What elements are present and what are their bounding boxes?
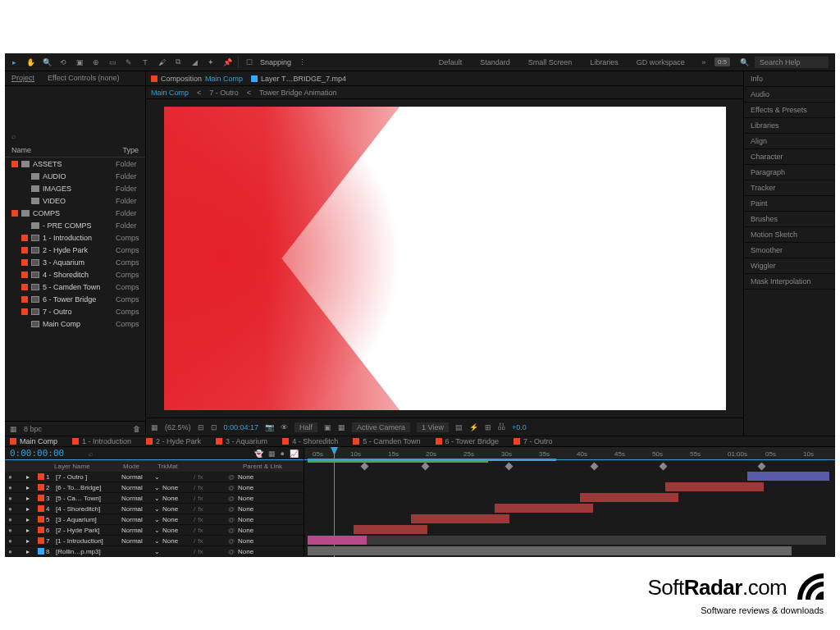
pen-tool-icon[interactable]: ✎ <box>123 57 135 68</box>
layer-row[interactable]: ●▸6[2 - Hyde Park]Normal⌄None/fx@None <box>5 525 304 536</box>
timeline-tab[interactable]: 6 - Tower Bridge <box>436 437 499 445</box>
puppet-tool-icon[interactable]: 📌 <box>221 57 233 68</box>
project-item[interactable]: 1 - IntroductionComps <box>5 231 145 244</box>
composition-tab[interactable]: Composition Main Comp <box>151 75 243 83</box>
breadcrumb-item[interactable]: Tower Bridge Animation <box>259 89 337 97</box>
keyframe-marker[interactable] <box>758 463 766 471</box>
keyframe-marker[interactable] <box>591 463 599 471</box>
type-column-label[interactable]: Type <box>122 146 139 154</box>
track-matte-dropdown[interactable]: None <box>162 516 192 523</box>
parent-dropdown[interactable]: None <box>238 505 267 513</box>
workspace-tab-small-screen[interactable]: Small Screen <box>520 56 581 69</box>
workspace-tab-default[interactable]: Default <box>431 56 471 69</box>
snapping-checkbox[interactable]: ☐ <box>244 57 255 68</box>
project-item[interactable]: 7 - OutroComps <box>5 305 145 317</box>
project-search-input[interactable]: ⌕ <box>5 132 145 144</box>
blend-mode-dropdown[interactable]: Normal <box>121 484 153 491</box>
panel-align[interactable]: Align <box>744 134 835 149</box>
layer-bar-intro[interactable] <box>308 536 367 545</box>
pixel-aspect-icon[interactable]: ▤ <box>455 423 463 431</box>
track-matte-dropdown[interactable]: None <box>162 537 192 545</box>
panel-brushes[interactable]: Brushes <box>744 212 835 227</box>
timeline-tab[interactable]: 7 - Outro <box>514 437 553 445</box>
resolution-dropdown[interactable]: Half <box>294 422 317 432</box>
layer-row[interactable]: ●▸7[1 - Introduction]Normal⌄None/fx@None <box>5 536 304 546</box>
project-item[interactable]: AUDIOFolder <box>5 170 145 182</box>
track-matte-dropdown[interactable]: None <box>162 484 192 491</box>
timeline-track-area[interactable]: 05s10s15s20s25s30s35s40s45s50s55s01:00s0… <box>304 447 835 557</box>
panel-smoother[interactable]: Smoother <box>744 243 835 258</box>
timeline-icon[interactable]: ⊞ <box>485 423 491 431</box>
exposure-value[interactable]: +0.0 <box>512 423 527 431</box>
panel-character[interactable]: Character <box>744 149 835 165</box>
fast-preview-icon[interactable]: ⚡ <box>469 423 478 431</box>
layer-row[interactable]: ●▸8[Rollin…p.mp3]⌄/fx@None <box>5 546 304 557</box>
rotate-tool-icon[interactable]: ⟲ <box>57 57 69 68</box>
workspace-tab-gd-workspace[interactable]: GD workspace <box>628 56 693 69</box>
zoom-dropdown[interactable]: (62.5%) <box>165 423 191 431</box>
layer-row[interactable]: ●▸4[4 - Shoreditch]Normal⌄None/fx@None <box>5 504 304 514</box>
breadcrumb-item[interactable]: Main Comp <box>151 89 189 97</box>
layer-row[interactable]: ●▸5[3 - Aquarium]Normal⌄None/fx@None <box>5 514 304 525</box>
magnify-icon[interactable]: ▦ <box>151 423 158 431</box>
selection-tool-icon[interactable]: ▸ <box>8 57 20 68</box>
panel-paragraph[interactable]: Paragraph <box>744 165 835 180</box>
panel-info[interactable]: Info <box>744 71 835 87</box>
parent-dropdown[interactable]: None <box>238 495 267 502</box>
project-item[interactable]: IMAGESFolder <box>5 182 145 194</box>
blend-mode-dropdown[interactable]: Normal <box>121 516 153 523</box>
layer-bar-audio[interactable] <box>308 546 792 555</box>
mask-toggle-icon[interactable]: ⊡ <box>211 423 217 431</box>
shy-icon[interactable]: 👻 <box>254 450 263 458</box>
transparency-icon[interactable]: ▦ <box>338 423 345 431</box>
project-item[interactable]: - PRE COMPSFolder <box>5 219 145 231</box>
effect-controls-tab[interactable]: Effect Controls (none) <box>41 71 126 85</box>
delete-icon[interactable]: 🗑 <box>133 425 140 433</box>
blend-mode-dropdown[interactable]: Normal <box>121 527 153 534</box>
parent-dropdown[interactable]: None <box>238 484 267 491</box>
blend-mode-dropdown[interactable]: Normal <box>121 505 153 513</box>
project-item[interactable]: 3 - AquariumComps <box>5 256 145 268</box>
composition-viewer[interactable] <box>146 99 743 418</box>
frame-blend-icon[interactable]: ▦ <box>268 450 276 458</box>
parent-dropdown[interactable]: None <box>238 473 267 481</box>
layer-tab[interactable]: Layer T…BRIDGE_7.mp4 <box>251 75 346 83</box>
graph-editor-icon[interactable]: 📈 <box>290 450 299 458</box>
panel-libraries[interactable]: Libraries <box>744 118 835 134</box>
views-dropdown[interactable]: 1 View <box>417 422 449 432</box>
keyframe-marker[interactable] <box>361 463 369 471</box>
keyframe-marker[interactable] <box>660 463 668 471</box>
search-help-input[interactable]: Search Help <box>755 57 829 68</box>
track-matte-dropdown[interactable]: None <box>162 495 192 502</box>
interpret-icon[interactable]: ▦ <box>10 425 17 433</box>
visibility-icon[interactable]: ● <box>8 548 16 555</box>
search-layer-icon[interactable]: ⌕ <box>89 450 93 458</box>
project-item[interactable]: VIDEOFolder <box>5 194 145 207</box>
safe-zones-icon[interactable]: ⊟ <box>198 423 204 431</box>
visibility-icon[interactable]: ● <box>8 484 16 491</box>
parent-dropdown[interactable]: None <box>238 516 267 523</box>
layer-row[interactable]: ●▸2[6 - To…Bridge]Normal⌄None/fx@None <box>5 482 304 493</box>
project-item[interactable]: 2 - Hyde ParkComps <box>5 244 145 256</box>
camera-dropdown[interactable]: Active Camera <box>352 422 410 432</box>
project-item[interactable]: COMPSFolder <box>5 207 145 219</box>
visibility-icon[interactable]: ● <box>8 495 16 502</box>
visibility-icon[interactable]: ● <box>8 505 16 513</box>
timeline-tab[interactable]: Main Comp <box>10 437 57 445</box>
hand-tool-icon[interactable]: ✋ <box>25 57 36 68</box>
visibility-icon[interactable]: ● <box>8 473 16 481</box>
eraser-tool-icon[interactable]: ◢ <box>189 57 200 68</box>
snapshot-icon[interactable]: 📷 <box>265 423 274 431</box>
layer-bar-shoreditch[interactable] <box>495 504 593 513</box>
panel-paint[interactable]: Paint <box>744 196 835 212</box>
track-matte-dropdown[interactable]: None <box>162 505 192 513</box>
blend-mode-dropdown[interactable]: Normal <box>121 495 153 502</box>
keyframe-marker[interactable] <box>505 463 514 471</box>
blend-mode-dropdown[interactable]: Normal <box>121 473 153 481</box>
brush-tool-icon[interactable]: 🖌 <box>156 57 167 68</box>
layer-row[interactable]: ●▸3[5 - Ca… Town]Normal⌄None/fx@None <box>5 493 304 504</box>
project-tree[interactable]: ASSETSFolderAUDIOFolderIMAGESFolderVIDEO… <box>5 158 145 421</box>
panel-effects-presets[interactable]: Effects & Presets <box>744 103 835 118</box>
timeline-timecode[interactable]: 0:00:00:00 <box>10 448 64 459</box>
timeline-tab[interactable]: 2 - Hyde Park <box>146 437 201 445</box>
